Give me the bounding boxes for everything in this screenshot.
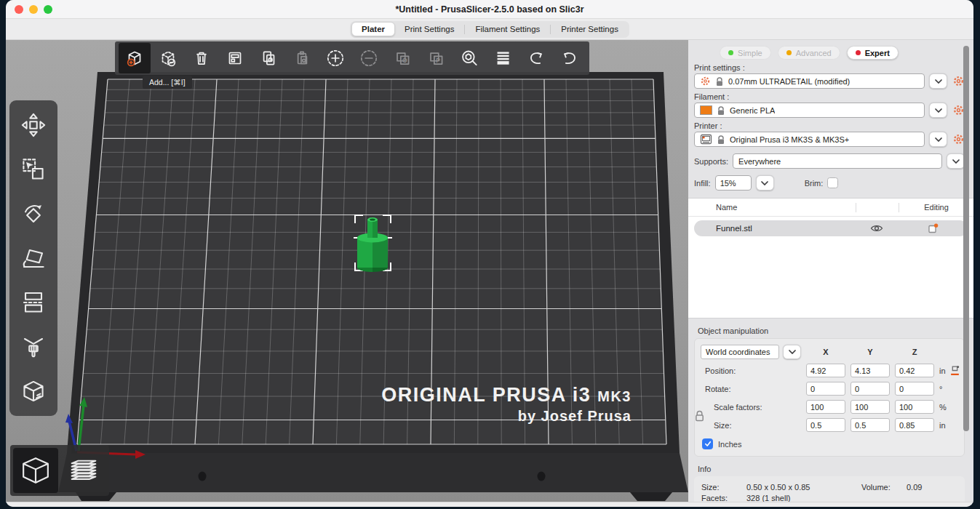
rotate-x-field[interactable]: 0 — [806, 382, 845, 396]
size-y-field[interactable]: 0.5 — [850, 418, 890, 432]
add-button[interactable] — [119, 43, 151, 73]
drop-to-bed-icon[interactable] — [949, 365, 960, 376]
filament-combo[interactable]: Generic PLA — [694, 103, 925, 118]
split-to-objects-icon: O — [391, 47, 413, 69]
3d-viewport[interactable]: ORIGINAL PRUSA i3MK3 by Josef Prusa — [6, 40, 688, 502]
svg-text:P: P — [436, 57, 440, 64]
chevron-down-icon — [761, 181, 768, 185]
object-list-header: Name Editing — [688, 199, 973, 217]
delete-all-button[interactable] — [186, 43, 218, 73]
coordinates-select[interactable]: World coordinates — [701, 345, 779, 359]
left-toolbar — [9, 100, 57, 416]
split-to-objects-button[interactable]: O — [386, 43, 418, 73]
scale-factors-label: Scale factors: — [701, 403, 801, 412]
top-toolbar: O P — [115, 41, 589, 75]
arrange-icon — [224, 47, 246, 69]
print-settings-combo[interactable]: 0.07mm ULTRADETAIL (modified) — [694, 73, 925, 89]
print-settings-dropdown-button[interactable] — [929, 73, 947, 89]
supports-dropdown-button[interactable] — [947, 153, 965, 169]
search-icon — [458, 47, 481, 70]
remove-instance-button[interactable] — [353, 43, 385, 73]
mode-advanced-button[interactable]: Advanced — [778, 46, 840, 60]
size-z-field[interactable]: 0.85 — [895, 418, 934, 432]
edit-object-icon[interactable] — [927, 223, 939, 234]
paint-supports-tool-button[interactable] — [15, 328, 52, 366]
object-manipulation-panel: World coordinates X Y Z Position: 4.92 4… — [694, 338, 965, 457]
split-to-parts-icon: P — [425, 47, 447, 69]
coordinates-dropdown-button[interactable] — [783, 345, 801, 359]
cut-tool-button[interactable] — [15, 284, 52, 321]
supports-combo[interactable]: Everywhere — [733, 153, 942, 169]
redo-button[interactable] — [554, 43, 586, 73]
print-bed[interactable] — [58, 72, 688, 501]
position-y-field[interactable]: 4.13 — [850, 364, 890, 377]
editing-column-header: Editing — [899, 203, 973, 212]
tab-separator — [550, 25, 551, 34]
variable-layer-height-button[interactable] — [487, 43, 519, 73]
place-on-face-tool-button[interactable] — [15, 239, 52, 277]
preview-view-button[interactable] — [61, 448, 106, 493]
info-title: Info — [698, 465, 973, 473]
seam-tool-button[interactable] — [15, 372, 52, 410]
arrange-button[interactable] — [219, 43, 251, 73]
add-instance-icon — [324, 47, 346, 69]
scale-x-field[interactable]: 100 — [806, 400, 845, 414]
inches-checkbox[interactable] — [702, 438, 713, 449]
delete-all-icon — [191, 47, 212, 69]
advanced-dot-icon — [786, 50, 792, 55]
mode-expert-button[interactable]: Expert — [847, 46, 899, 60]
printer-dropdown-button[interactable] — [929, 132, 947, 147]
panel-scrollbar[interactable] — [963, 44, 970, 470]
copy-button[interactable] — [252, 43, 284, 73]
scale-tool-button[interactable] — [15, 151, 52, 188]
editor-cube-icon — [17, 452, 54, 489]
position-z-field[interactable]: 0.42 — [895, 364, 934, 377]
scrollbar-thumb[interactable] — [963, 46, 969, 431]
app-window: *Untitled - PrusaSlicer-2.5.0 based on S… — [6, 0, 973, 507]
scale-z-field[interactable]: 100 — [895, 400, 934, 414]
status-bar — [6, 502, 973, 507]
rotate-y-field[interactable]: 0 — [850, 382, 890, 396]
axis-z-header: Z — [895, 348, 934, 356]
eye-icon[interactable] — [870, 224, 883, 233]
info-size-label: Size: — [701, 483, 746, 492]
paste-button[interactable] — [286, 43, 318, 73]
search-button[interactable] — [453, 43, 485, 73]
paste-icon — [291, 47, 313, 69]
chevron-down-icon — [935, 108, 942, 113]
brim-checkbox[interactable] — [827, 177, 838, 188]
move-tool-button[interactable] — [15, 106, 52, 144]
object-row-funnel[interactable]: Funnel.stl — [694, 220, 968, 236]
undo-icon — [525, 47, 548, 70]
tab-filament-settings[interactable]: Filament Settings — [466, 23, 549, 36]
infill-dropdown-button[interactable] — [756, 175, 774, 191]
tab-print-settings[interactable]: Print Settings — [395, 23, 463, 36]
move-icon — [17, 108, 50, 142]
editor-view-button[interactable] — [13, 448, 58, 493]
filament-label: Filament : — [694, 92, 973, 101]
chevron-down-icon — [789, 350, 796, 354]
scale-y-field[interactable]: 100 — [850, 400, 890, 414]
rotate-tool-button[interactable] — [15, 195, 52, 233]
tab-printer-settings[interactable]: Printer Settings — [551, 23, 628, 36]
delete-button[interactable] — [152, 43, 184, 73]
undo-button[interactable] — [520, 43, 552, 73]
lock-icon — [715, 76, 724, 87]
add-instance-button[interactable] — [319, 43, 351, 73]
chevron-down-icon — [952, 159, 960, 164]
chevron-down-icon — [935, 79, 942, 84]
size-x-field[interactable]: 0.5 — [806, 418, 845, 432]
rotate-z-field[interactable]: 0 — [895, 382, 934, 396]
scale-lock-icon[interactable] — [694, 409, 705, 423]
add-tooltip: Add... [⌘I] — [143, 76, 192, 89]
split-to-parts-button[interactable]: P — [420, 43, 452, 73]
object-list: Name Editing Funnel.stl — [688, 198, 973, 318]
position-x-field[interactable]: 4.92 — [806, 364, 845, 377]
lock-icon — [717, 135, 725, 145]
gear-icon — [952, 104, 965, 116]
tab-plater[interactable]: Plater — [351, 22, 395, 36]
printer-combo[interactable]: Original Prusa i3 MK3S & MK3S+ — [694, 132, 925, 147]
filament-dropdown-button[interactable] — [929, 103, 947, 118]
mode-simple-button[interactable]: Simple — [720, 46, 771, 60]
infill-combo[interactable]: 15% — [715, 175, 752, 191]
